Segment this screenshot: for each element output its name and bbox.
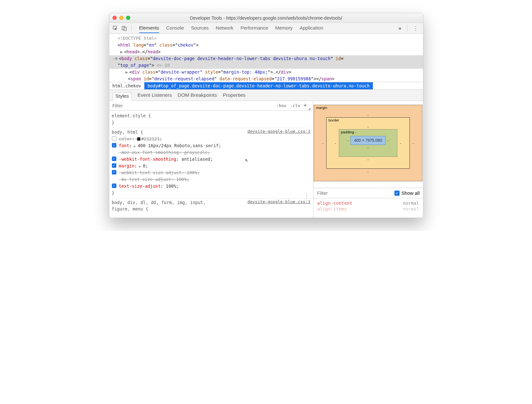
prop-webkit-tsa[interactable]: ✓ -webkit-text-size-adjust: 100%; xyxy=(112,169,311,176)
prop-margin[interactable]: ✓ margin: ▶ 0; xyxy=(112,163,311,169)
rule-element-style[interactable]: element.style { } xyxy=(112,112,311,128)
subtab-dom-breakpoints[interactable]: DOM Breakpoints xyxy=(178,92,217,98)
styles-filter-input[interactable] xyxy=(112,103,275,109)
styles-filter-bar: :hov .cls + ◢ xyxy=(109,101,313,111)
expand-icon[interactable]: ▶ xyxy=(132,144,138,148)
rule-menu-icon[interactable]: ⋮ xyxy=(304,194,309,197)
dom-line[interactable]: <!DOCTYPE html> xyxy=(109,35,423,42)
computed-filter-input[interactable] xyxy=(317,190,394,196)
main-split: :hov .cls + ◢ element.style { } body, ht… xyxy=(109,101,423,218)
computed-list[interactable]: align-content normal align-items normal xyxy=(313,198,423,214)
more-tabs-icon[interactable]: » xyxy=(396,25,404,31)
computed-row[interactable]: align-content normal xyxy=(317,200,419,206)
dom-tree[interactable]: <!DOCTYPE html> <html lang="en" class="c… xyxy=(109,34,423,82)
crumb-item-selected[interactable]: body#top_of_page.devsite-doc-page.devsit… xyxy=(144,82,373,89)
zoom-icon[interactable] xyxy=(126,16,130,20)
settings-kebab-icon[interactable]: ⋮ xyxy=(411,27,420,30)
bm-border-label: border xyxy=(329,118,339,122)
divider xyxy=(407,25,408,31)
window-controls xyxy=(113,16,130,20)
main-tabstrip: Elements Console Sources Network Perform… xyxy=(109,23,423,34)
tab-console[interactable]: Console xyxy=(166,23,184,33)
expand-icon[interactable]: ▶ xyxy=(125,69,129,76)
expand-icon[interactable]: ▶ xyxy=(137,165,143,168)
computed-pane: margin - - border - - padding - xyxy=(313,101,423,218)
hov-button[interactable]: :hov xyxy=(274,103,288,108)
dom-line[interactable]: <span id="devsite-request-elapsed" data-… xyxy=(109,76,423,82)
devtools-window: Developer Tools - https://developers.goo… xyxy=(109,13,423,218)
subtab-event-listeners[interactable]: Event Listeners xyxy=(138,92,172,98)
new-rule-button[interactable]: + xyxy=(302,102,308,109)
prop-checkbox[interactable]: ✓ xyxy=(112,163,116,168)
source-link[interactable]: devsite-google-blue.css:1 xyxy=(248,128,311,135)
box-model[interactable]: margin - - border - - padding - xyxy=(313,101,423,188)
panel-tabs: Elements Console Sources Network Perform… xyxy=(139,23,394,33)
subtab-styles[interactable]: Styles xyxy=(113,92,132,101)
inspect-icon[interactable] xyxy=(112,25,119,32)
tab-application[interactable]: Application xyxy=(300,23,323,33)
prop-ms-tsa[interactable]: -ms-text-size-adjust: 100%; xyxy=(112,176,311,183)
tab-performance[interactable]: Performance xyxy=(240,23,268,33)
computed-row[interactable]: align-items normal xyxy=(317,206,419,212)
rule-body-html[interactable]: body, html { devsite-google-blue.css:1 c… xyxy=(112,128,311,198)
dom-line[interactable]: <html lang="en" class="chekov"> xyxy=(109,42,423,49)
bm-margin-label: margin xyxy=(316,106,327,110)
expand-icon[interactable]: ▶ xyxy=(120,49,124,55)
prop-webkit-smoothing[interactable]: ✓ -webkit-font-smoothing: antialiased; ↖ xyxy=(112,156,311,163)
bm-padding-label: padding - xyxy=(341,130,356,134)
device-toggle-icon[interactable] xyxy=(121,25,128,32)
color-swatch-icon[interactable] xyxy=(137,137,140,141)
crumb-item[interactable]: html.chekov xyxy=(109,82,144,89)
tab-network[interactable]: Network xyxy=(216,23,233,33)
window-title: Developer Tools - https://developers.goo… xyxy=(109,15,423,21)
show-all-label[interactable]: Show all xyxy=(401,190,420,196)
prop-checkbox[interactable] xyxy=(112,136,116,141)
dom-line[interactable]: ▶<head>…</head> xyxy=(109,49,423,55)
svg-rect-2 xyxy=(124,27,126,31)
computed-filter-bar: ✓ Show all xyxy=(313,188,423,198)
subtab-properties[interactable]: Properties xyxy=(223,92,246,98)
tab-elements[interactable]: Elements xyxy=(139,23,159,33)
close-icon[interactable] xyxy=(113,16,117,20)
dom-line-selected[interactable]: ⋯▼<body class="devsite-doc-page devsite-… xyxy=(109,55,423,69)
minimize-icon[interactable] xyxy=(119,16,123,20)
prop-checkbox[interactable]: ✓ xyxy=(112,143,116,148)
bm-content: 400 × 7975.080 xyxy=(350,136,385,145)
tab-memory[interactable]: Memory xyxy=(275,23,293,33)
show-all-checkbox[interactable]: ✓ xyxy=(394,191,400,196)
dom-line[interactable]: ▶<div class="devsite-wrapper" style="mar… xyxy=(109,69,423,76)
resize-icon[interactable]: ◢ xyxy=(308,107,311,110)
prop-checkbox[interactable]: ✓ xyxy=(112,170,116,175)
source-link[interactable]: devsite-google-blue.css:1 xyxy=(248,199,311,205)
styles-subtabs: Styles Event Listeners DOM Breakpoints P… xyxy=(109,90,423,101)
divider xyxy=(131,25,131,31)
collapse-icon[interactable]: ▼ xyxy=(115,55,119,62)
cls-button[interactable]: .cls xyxy=(288,103,302,108)
tab-sources[interactable]: Sources xyxy=(191,23,209,33)
breadcrumb: html.chekov body#top_of_page.devsite-doc… xyxy=(109,82,423,90)
rule-multi[interactable]: body, div, dl, dd, form, img, input, dev… xyxy=(112,199,311,215)
titlebar: Developer Tools - https://developers.goo… xyxy=(109,13,423,23)
style-rules: element.style { } body, html { devsite-g… xyxy=(109,111,313,218)
prop-tsa[interactable]: ✓ text-size-adjust: 100%; xyxy=(112,183,311,190)
styles-pane: :hov .cls + ◢ element.style { } body, ht… xyxy=(109,101,313,218)
prop-color[interactable]: color: #212121; xyxy=(112,136,311,142)
prop-moz-smoothing[interactable]: -moz-osx-font-smoothing: grayscale; xyxy=(112,149,311,156)
prop-font[interactable]: ✓ font: ▶ 400 16px/24px Roboto,sans-seri… xyxy=(112,142,311,149)
prop-checkbox[interactable]: ✓ xyxy=(112,184,116,188)
prop-checkbox[interactable]: ✓ xyxy=(112,157,116,161)
